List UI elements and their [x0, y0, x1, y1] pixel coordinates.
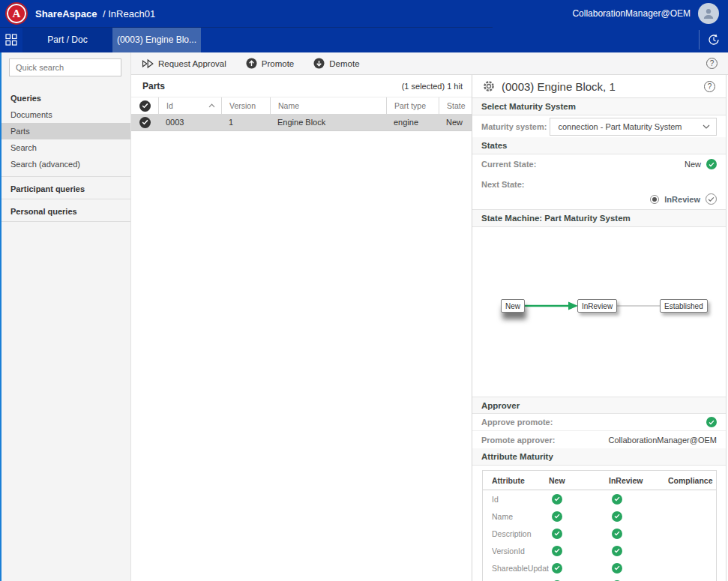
toolbar-help-button[interactable]: ?: [706, 58, 718, 69]
check-icon: [142, 119, 148, 125]
column-label: Version: [229, 101, 256, 110]
sidebar-header-participant-queries[interactable]: Participant queries: [1, 179, 130, 199]
selection-summary: (1 selected) 1 hit: [402, 82, 463, 91]
chevron-down-icon: [703, 124, 710, 129]
user-avatar[interactable]: [698, 3, 719, 24]
promote-approver-label: Promote approver:: [481, 436, 555, 445]
approve-promote-check-icon: [706, 417, 717, 427]
next-state-approve-icon[interactable]: [706, 193, 717, 205]
approve-promote-label: Approve promote:: [481, 418, 553, 427]
column-label: Part type: [394, 101, 426, 110]
promote-up-icon: [246, 58, 257, 69]
column-label: Id: [166, 101, 173, 110]
col-compliance: Compliance: [668, 476, 716, 485]
inreview-check-icon: [612, 546, 622, 556]
attribute-row: ShareableUpdat...: [483, 559, 716, 577]
tabbar-divider: [0, 27, 493, 28]
attribute-row: Description: [483, 525, 716, 542]
sidebar-item-search-advanced[interactable]: Search (advanced): [1, 156, 130, 172]
shareaspace-logo-icon: A: [7, 4, 26, 23]
sidebar-divider: [1, 199, 130, 199]
current-state-label: Current State:: [481, 160, 536, 169]
col-attribute: Attribute: [492, 476, 549, 485]
sidebar-item-documents[interactable]: Documents: [1, 106, 130, 123]
current-state-value: New: [685, 160, 701, 169]
detail-panel: (0003) Engine Block, 1 ? Select Maturity…: [472, 75, 727, 581]
button-label: Demote: [329, 59, 359, 68]
state-node-established[interactable]: Established: [660, 299, 708, 313]
detail-help-button[interactable]: ?: [704, 81, 715, 92]
section-states: States: [472, 137, 726, 154]
inreview-check-icon: [612, 529, 622, 539]
sidebar-divider: [1, 221, 130, 222]
gear-icon[interactable]: [483, 80, 495, 92]
column-header-id[interactable]: Id: [158, 97, 221, 114]
instance-name: / InReach01: [103, 8, 155, 19]
attribute-name: VersionId: [492, 547, 549, 556]
cell-state: New: [439, 114, 472, 130]
tab-engine-block[interactable]: (0003) Engine Blo...: [112, 27, 201, 52]
column-label: State: [447, 101, 466, 110]
parts-table: Id Version Name: [131, 97, 472, 131]
attribute-row: Id: [483, 490, 716, 508]
column-header-version[interactable]: Version: [221, 97, 270, 114]
request-approval-icon: [142, 58, 154, 69]
state-node-inreview[interactable]: InReview: [577, 299, 617, 313]
state-machine-diagram: New InReview Established: [472, 227, 726, 397]
inreview-check-icon: [612, 511, 622, 522]
action-toolbar: Request Approval Promote: [131, 52, 728, 75]
app-grid-button[interactable]: [0, 27, 22, 52]
sort-ascending-icon: [208, 103, 215, 108]
attribute-row: VersionId: [483, 542, 716, 559]
inreview-check-icon: [612, 563, 622, 574]
tab-label: Part / Doc: [47, 34, 87, 45]
current-state-check-icon: [706, 159, 717, 169]
new-check-icon: [552, 546, 562, 556]
select-all-checkbox[interactable]: [139, 100, 151, 112]
attribute-name: Name: [492, 512, 549, 521]
tab-bar: Part / Doc (0003) Engine Blo...: [0, 27, 728, 52]
maturity-system-value: connection - Part Maturity System: [558, 122, 703, 131]
attribute-row: Name: [483, 508, 716, 525]
check-icon: [142, 103, 148, 109]
section-select-maturity-system: Select Maturity System: [472, 98, 726, 115]
brand-name: ShareAspace: [35, 8, 97, 19]
column-header-state[interactable]: State: [439, 97, 472, 114]
demote-down-icon: [313, 58, 325, 69]
logged-in-user: CollaborationManager@OEM: [572, 8, 691, 19]
tab-part-doc[interactable]: Part / Doc: [22, 27, 112, 52]
parts-table-row-selected[interactable]: 0003 1 Engine Block engine New: [131, 114, 472, 131]
request-approval-button[interactable]: Request Approval: [142, 58, 226, 69]
sidebar-item-parts[interactable]: Parts: [1, 123, 130, 139]
history-clock-icon: [707, 33, 721, 46]
col-inreview: InReview: [609, 476, 668, 485]
sidebar: Queries Documents Parts Search Search (a…: [0, 52, 131, 581]
column-header-name[interactable]: Name: [270, 97, 386, 114]
history-button[interactable]: [700, 33, 728, 46]
section-state-machine: State Machine: Part Maturity System: [472, 210, 726, 227]
sidebar-header-queries: Queries: [1, 90, 130, 106]
person-icon: [702, 7, 715, 20]
button-label: Promote: [262, 59, 294, 68]
row-checkbox-checked[interactable]: [139, 117, 151, 128]
maturity-system-label: Maturity system:: [481, 122, 547, 131]
new-check-icon: [552, 563, 562, 574]
sidebar-item-search[interactable]: Search: [1, 139, 130, 156]
state-node-new[interactable]: New: [501, 299, 525, 313]
quick-search-input[interactable]: [9, 58, 121, 76]
attribute-table-header: Attribute New InReview Compliance: [483, 471, 716, 490]
tab-label: (0003) Engine Blo...: [117, 34, 196, 45]
section-approver: Approver: [472, 397, 726, 414]
attribute-row: Documents: [483, 577, 716, 581]
top-bar: A ShareAspace / InReach01 CollaborationM…: [0, 0, 728, 27]
maturity-system-select[interactable]: connection - Part Maturity System: [550, 118, 717, 136]
next-state-radio-selected[interactable]: [650, 195, 659, 204]
new-check-icon: [552, 511, 562, 522]
demote-button[interactable]: Demote: [313, 58, 359, 69]
column-header-part-type[interactable]: Part type: [386, 97, 439, 114]
cell-id: 0003: [158, 114, 221, 130]
next-state-option[interactable]: InReview: [664, 195, 700, 204]
new-check-icon: [552, 529, 562, 539]
promote-button[interactable]: Promote: [246, 58, 294, 69]
sidebar-header-personal-queries[interactable]: Personal queries: [1, 202, 130, 221]
